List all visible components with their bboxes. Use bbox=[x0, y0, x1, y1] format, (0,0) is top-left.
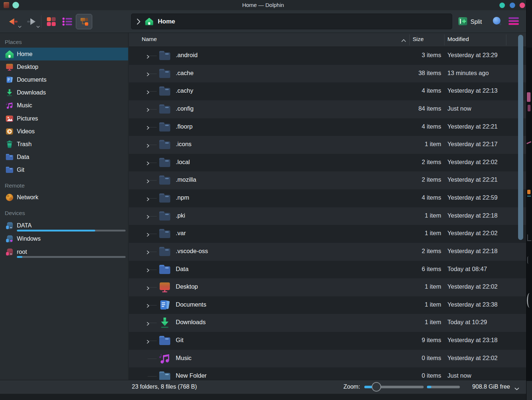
split-button-label[interactable]: Split bbox=[470, 19, 482, 25]
expander-chevron-icon[interactable] bbox=[146, 321, 150, 327]
file-name[interactable]: Music bbox=[176, 355, 191, 362]
column-header-name[interactable]: Name bbox=[142, 36, 157, 42]
table-row[interactable]: Desktop1 itemYesterday at 22:02 bbox=[129, 278, 526, 296]
expander-chevron-icon[interactable] bbox=[146, 178, 150, 185]
expander-chevron-icon[interactable] bbox=[146, 214, 150, 221]
table-row[interactable]: .vscode-oss2 itemsYesterday at 22:18 bbox=[129, 243, 526, 261]
column-divider[interactable] bbox=[409, 34, 410, 45]
expander-chevron-icon[interactable] bbox=[146, 125, 150, 132]
sidebar-item-windows[interactable]: Windows bbox=[0, 232, 128, 245]
sidebar-item-git[interactable]: Git bbox=[0, 164, 128, 177]
file-name[interactable]: Desktop bbox=[176, 283, 198, 290]
sidebar-item-trash[interactable]: Trash bbox=[0, 138, 128, 151]
file-name[interactable]: .floorp bbox=[176, 123, 193, 130]
table-row[interactable]: .mozilla2 itemsYesterday at 22:21 bbox=[129, 171, 526, 189]
sidebar-item-root[interactable]: root bbox=[0, 245, 128, 259]
window-bottom-edge bbox=[0, 394, 526, 400]
table-row[interactable]: .npm4 itemsYesterday at 22:59 bbox=[129, 189, 526, 207]
table-row[interactable]: .icons1 itemYesterday at 22:17 bbox=[129, 136, 526, 154]
forward-button[interactable] bbox=[23, 14, 40, 29]
sidebar-item-documents[interactable]: Documents bbox=[0, 73, 128, 86]
expander-chevron-icon[interactable] bbox=[146, 107, 150, 114]
table-row[interactable]: Data6 itemsToday at 08:47 bbox=[129, 261, 526, 279]
file-modified: Yesterday at 22:17 bbox=[447, 141, 498, 148]
close-button[interactable] bbox=[520, 3, 525, 8]
table-row[interactable]: .floorp4 itemsYesterday at 22:21 bbox=[129, 118, 526, 136]
expander-chevron-icon[interactable] bbox=[146, 71, 150, 78]
file-name[interactable]: .var bbox=[176, 230, 186, 237]
expander-chevron-icon[interactable] bbox=[146, 143, 150, 149]
sidebar-item-home[interactable]: Home bbox=[0, 48, 128, 60]
breadcrumb-root-chevron-icon[interactable] bbox=[137, 18, 141, 25]
sidebar-item-pictures[interactable]: Pictures bbox=[0, 112, 128, 125]
table-row[interactable]: .local2 itemsYesterday at 22:02 bbox=[129, 154, 526, 172]
forward-dropdown-icon[interactable] bbox=[36, 23, 40, 29]
expander-chevron-icon[interactable] bbox=[146, 196, 150, 203]
compact-view-button[interactable] bbox=[61, 14, 74, 29]
sidebar-item-videos[interactable]: Videos bbox=[0, 125, 128, 138]
table-row[interactable]: .cachy4 itemsYesterday at 22:13 bbox=[129, 82, 526, 100]
vertical-scrollbar[interactable] bbox=[518, 35, 523, 240]
split-button[interactable]: Split bbox=[458, 16, 482, 28]
hamburger-menu-button[interactable] bbox=[509, 17, 519, 25]
back-dropdown-icon[interactable] bbox=[18, 23, 22, 29]
sidebar-item-downloads[interactable]: Downloads bbox=[0, 86, 128, 99]
file-name[interactable]: .mozilla bbox=[176, 176, 196, 183]
expander-chevron-icon[interactable] bbox=[146, 54, 150, 60]
file-name[interactable]: .cache bbox=[176, 70, 194, 77]
free-space-dropdown-icon[interactable] bbox=[514, 385, 520, 392]
location-bar[interactable]: Home bbox=[131, 14, 452, 29]
minimize-button[interactable] bbox=[499, 3, 505, 8]
sidebar-item-label: Data bbox=[17, 154, 29, 160]
column-divider[interactable] bbox=[506, 34, 506, 45]
sidebar-item-desktop[interactable]: Desktop bbox=[0, 60, 128, 73]
file-name[interactable]: Documents bbox=[176, 301, 206, 308]
expander-chevron-icon[interactable] bbox=[146, 339, 150, 345]
icons-view-button[interactable] bbox=[45, 14, 58, 29]
expander-chevron-icon[interactable] bbox=[146, 303, 150, 310]
table-row[interactable]: .config84 itemsJust now bbox=[129, 100, 526, 118]
expander-chevron-icon[interactable] bbox=[146, 232, 150, 238]
sidebar-item-network[interactable]: Network bbox=[0, 191, 128, 204]
file-size: 1 item bbox=[425, 230, 441, 237]
column-header-modified[interactable]: Modified bbox=[447, 36, 469, 42]
sidebar-item-data[interactable]: DATA bbox=[0, 219, 128, 232]
file-name[interactable]: Data bbox=[176, 266, 189, 273]
file-name[interactable]: Git bbox=[176, 337, 183, 344]
table-row[interactable]: Git9 itemsYesterday at 23:18 bbox=[129, 332, 526, 350]
table-row[interactable]: .cache38 items13 minutes ago bbox=[129, 65, 526, 83]
expander-chevron-icon[interactable] bbox=[146, 249, 150, 256]
table-row[interactable]: .var1 itemYesterday at 22:02 bbox=[129, 225, 526, 243]
back-button[interactable] bbox=[5, 14, 21, 29]
file-name[interactable]: .vscode-oss bbox=[176, 248, 208, 255]
column-divider[interactable] bbox=[444, 34, 444, 45]
table-row[interactable]: Documents1 itemYesterday at 23:38 bbox=[129, 296, 526, 314]
table-row[interactable]: New Folder0 itemsJust now bbox=[129, 367, 526, 380]
sort-ascending-icon[interactable] bbox=[401, 37, 406, 44]
file-name[interactable]: New Folder bbox=[176, 372, 207, 379]
table-row[interactable]: .android3 itemsYesterday at 23:29 bbox=[129, 47, 526, 65]
file-name[interactable]: .android bbox=[176, 52, 198, 59]
zoom-slider-handle[interactable] bbox=[372, 382, 381, 392]
file-name[interactable]: .icons bbox=[176, 141, 191, 148]
sidebar-item-data[interactable]: Data bbox=[0, 151, 128, 164]
file-name[interactable]: .cachy bbox=[176, 87, 193, 94]
file-name[interactable]: .pki bbox=[176, 212, 185, 219]
search-button[interactable] bbox=[492, 16, 503, 29]
file-name[interactable]: .config bbox=[176, 105, 194, 112]
sidebar-item-music[interactable]: Music bbox=[0, 99, 128, 112]
table-row[interactable]: .pki1 itemYesterday at 22:18 bbox=[129, 207, 526, 225]
expander-chevron-icon[interactable] bbox=[146, 89, 150, 96]
maximize-button[interactable] bbox=[510, 3, 515, 8]
table-row[interactable]: Downloads1 itemToday at 10:29 bbox=[129, 314, 526, 332]
breadcrumb-current-folder[interactable]: Home bbox=[158, 18, 175, 25]
file-name[interactable]: Downloads bbox=[176, 319, 206, 326]
details-view-button[interactable] bbox=[76, 14, 92, 29]
table-row[interactable]: Music0 itemsYesterday at 22:02 bbox=[129, 350, 526, 368]
expander-chevron-icon[interactable] bbox=[146, 267, 150, 274]
expander-chevron-icon[interactable] bbox=[146, 160, 150, 167]
column-header-size[interactable]: Size bbox=[413, 36, 424, 42]
file-name[interactable]: .npm bbox=[176, 194, 189, 201]
file-name[interactable]: .local bbox=[176, 159, 190, 166]
expander-chevron-icon[interactable] bbox=[146, 285, 150, 292]
